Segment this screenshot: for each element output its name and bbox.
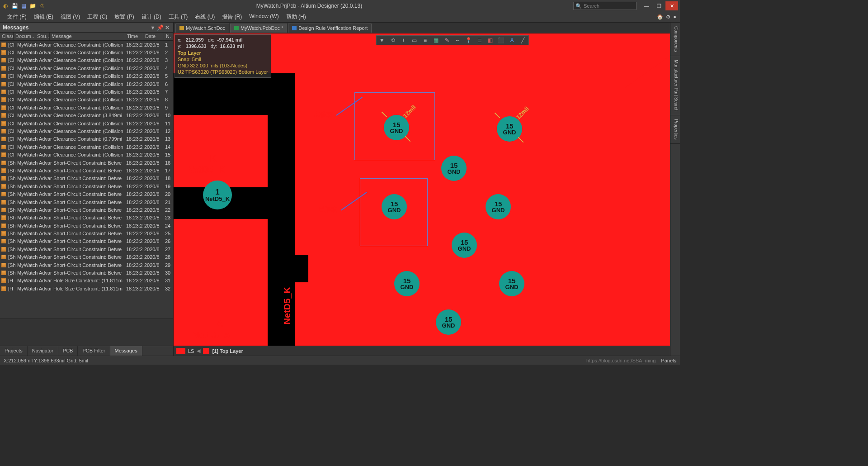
maximize-button[interactable]: ❐	[653, 1, 665, 10]
active-layer-label[interactable]: [1] Top Layer	[212, 348, 243, 354]
panel-close-icon[interactable]: ✕	[164, 24, 170, 31]
text-icon[interactable]: A	[509, 37, 516, 44]
col-n[interactable]: N…	[164, 33, 173, 40]
col-doc[interactable]: Docum…	[14, 33, 35, 40]
save-icon[interactable]: 💾	[11, 2, 18, 10]
save-all-icon[interactable]: ▤	[20, 2, 27, 10]
gear-icon[interactable]: ⚙	[666, 14, 670, 20]
open-icon[interactable]: 📁	[29, 2, 36, 10]
bottom-tab[interactable]: PCB	[58, 346, 78, 356]
message-row[interactable]: [ShMyWatchAdvar Short-Circuit Constraint…	[0, 261, 173, 269]
message-row[interactable]: [ClMyWatchAdvar Clearance Constraint: (C…	[0, 48, 173, 56]
message-row[interactable]: [ClMyWatchAdvar Clearance Constraint: (C…	[0, 88, 173, 95]
align-icon[interactable]: ≡	[422, 37, 429, 44]
message-row[interactable]: [HMyWatchAdvar Hole Size Constraint: (11…	[0, 285, 173, 292]
message-row[interactable]: [ShMyWatchAdvar Short-Circuit Constraint…	[0, 182, 173, 190]
message-row[interactable]: [ShMyWatchAdvar Short-Circuit Constraint…	[0, 229, 173, 237]
message-row[interactable]: [ShMyWatchAdvar Short-Circuit Constraint…	[0, 238, 173, 245]
message-row[interactable]: [ClMyWatchAdvar Clearance Constraint: (3…	[0, 112, 173, 119]
message-row[interactable]: [ShMyWatchAdvar Short-Circuit Constraint…	[0, 269, 173, 276]
message-row[interactable]: [ShMyWatchAdvar Short-Circuit Constraint…	[0, 159, 173, 166]
menu-item[interactable]: 视图 (V)	[57, 13, 84, 21]
message-row[interactable]: [ClMyWatchAdvar Clearance Constraint: (C…	[0, 41, 173, 48]
place-icon[interactable]: +	[400, 37, 407, 44]
message-row[interactable]: [ShMyWatchAdvar Short-Circuit Constraint…	[0, 190, 173, 198]
message-row[interactable]: [ClMyWatchAdvar Clearance Constraint: (C…	[0, 64, 173, 72]
bottom-tab[interactable]: PCB Filter	[78, 346, 110, 356]
rect-icon[interactable]: ▭	[411, 37, 418, 44]
col-class[interactable]: Class	[0, 33, 14, 40]
search-input[interactable]: 🔍 Search	[573, 2, 637, 10]
message-row[interactable]: [ShMyWatchAdvar Short-Circuit Constraint…	[0, 245, 173, 253]
via-pad[interactable]: 15GND	[394, 271, 420, 296]
document-tab[interactable]: MyWatch.SchDoc	[175, 24, 229, 33]
grid-icon[interactable]: ▦	[433, 37, 440, 44]
document-tab[interactable]: Design Rule Verification Report	[288, 24, 372, 33]
rail-tab[interactable]: Components	[670, 23, 680, 56]
pcb-canvas[interactable]: 未修改 已修改 1NetD5_K 15GND 15GND 15GND 15GND…	[174, 33, 670, 346]
graph-icon[interactable]: ◧	[487, 37, 494, 44]
layer-swatch-small[interactable]	[203, 348, 209, 354]
col-src[interactable]: Sou…	[35, 33, 50, 40]
via-pad[interactable]: 15GND	[486, 194, 511, 219]
via-pad[interactable]: 15GND	[441, 156, 467, 181]
via-pad[interactable]: 15GND	[382, 194, 407, 219]
bottom-tab[interactable]: Projects	[0, 346, 28, 356]
print-icon[interactable]: 🖨	[38, 2, 45, 10]
message-row[interactable]: [ShMyWatchAdvar Short-Circuit Constraint…	[0, 253, 173, 261]
menu-item[interactable]: 工程 (C)	[84, 13, 111, 21]
clear-filter-icon[interactable]: ⟲	[389, 37, 396, 44]
col-date[interactable]: Date	[143, 33, 164, 40]
layer-swatch[interactable]	[176, 348, 185, 354]
message-row[interactable]: [ClMyWatchAdvar Clearance Constraint: (C…	[0, 151, 173, 158]
message-row[interactable]: [ShMyWatchAdvar Short-Circuit Constraint…	[0, 175, 173, 182]
message-row[interactable]: [ShMyWatchAdvar Short-Circuit Constraint…	[0, 214, 173, 222]
rail-tab[interactable]: Properties	[670, 115, 680, 144]
menu-item[interactable]: 设计 (D)	[138, 13, 165, 21]
panel-pin-icon[interactable]: 📌	[157, 24, 163, 31]
via-pad[interactable]: 1NetD5_K	[203, 181, 232, 209]
message-row[interactable]: [ShMyWatchAdvar Short-Circuit Constraint…	[0, 206, 173, 214]
menu-item[interactable]: 布线 (U)	[191, 13, 218, 21]
message-row[interactable]: [ClMyWatchAdvar Clearance Constraint: (C…	[0, 104, 173, 111]
message-row[interactable]: [ClMyWatchAdvar Clearance Constraint: (C…	[0, 143, 173, 151]
message-row[interactable]: [ShMyWatchAdvar Short-Circuit Constraint…	[0, 198, 173, 206]
filter-icon[interactable]: ▼	[378, 37, 386, 44]
message-row[interactable]: [ClMyWatchAdvar Clearance Constraint: (C…	[0, 80, 173, 88]
bottom-tab[interactable]: Messages	[110, 346, 142, 356]
home-icon[interactable]: 🏠	[657, 14, 663, 20]
menu-item[interactable]: 放置 (P)	[111, 13, 137, 21]
message-row[interactable]: [ClMyWatchAdvar Clearance Constraint: (C…	[0, 72, 173, 80]
line-icon[interactable]: ╱	[519, 37, 527, 44]
message-row[interactable]: [ShMyWatchAdvar Short-Circuit Constraint…	[0, 166, 173, 174]
help-icon[interactable]: ●	[673, 14, 676, 20]
panels-button[interactable]: Panels	[661, 358, 676, 363]
panel-dropdown-icon[interactable]: ▾	[150, 24, 156, 31]
message-row[interactable]: [ShMyWatchAdvar Short-Circuit Constraint…	[0, 222, 173, 229]
minimize-button[interactable]: —	[640, 1, 653, 10]
message-row[interactable]: [ClMyWatchAdvar Clearance Constraint: (C…	[0, 127, 173, 135]
chart-icon[interactable]: ⬛	[498, 37, 505, 44]
message-row[interactable]: [ClMyWatchAdvar Clearance Constraint: (C…	[0, 119, 173, 127]
message-row[interactable]: [ClMyWatchAdvar Clearance Constraint: (C…	[0, 96, 173, 104]
menu-item[interactable]: 编辑 (E)	[30, 13, 57, 21]
menu-item[interactable]: 文件 (F)	[4, 13, 30, 21]
measure-icon[interactable]: ✎	[443, 37, 451, 44]
message-row[interactable]: [HMyWatchAdvar Hole Size Constraint: (11…	[0, 277, 173, 285]
col-time[interactable]: Time	[125, 33, 143, 40]
close-button[interactable]: ✕	[665, 1, 678, 10]
via-pad[interactable]: 15GND	[499, 271, 524, 296]
menu-item[interactable]: 报告 (R)	[218, 13, 245, 21]
bottom-tab[interactable]: Navigator	[28, 346, 58, 356]
via-pad[interactable]: 15GND	[452, 233, 477, 258]
layer-stack-icon[interactable]: ≣	[476, 37, 483, 44]
document-tab[interactable]: MyWatch.PcbDoc *	[230, 24, 287, 33]
col-msg[interactable]: Message	[50, 33, 125, 40]
via-pad[interactable]: 15GND	[436, 309, 461, 335]
message-row[interactable]: [ClMyWatchAdvar Clearance Constraint: (0…	[0, 135, 173, 143]
menu-item[interactable]: 工具 (T)	[165, 13, 192, 21]
rail-tab[interactable]: Manufacturer Part Search	[670, 56, 680, 116]
dim-icon[interactable]: ↔	[454, 37, 462, 44]
menu-item[interactable]: 帮助 (H)	[283, 13, 310, 21]
menu-item[interactable]: Window (W)	[245, 13, 282, 21]
